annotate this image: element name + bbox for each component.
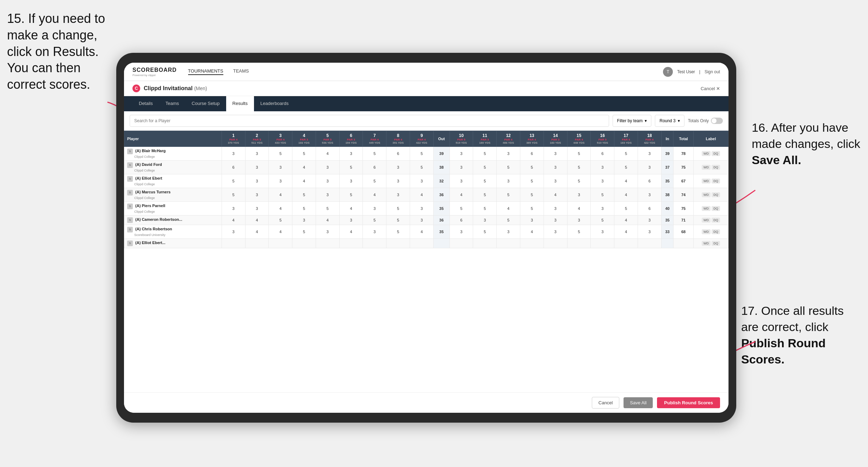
score-h11[interactable]: 5	[473, 225, 497, 239]
score-h1[interactable]: 3	[222, 225, 245, 239]
score-h5[interactable]	[316, 239, 339, 248]
score-h13[interactable]: 6	[520, 147, 544, 161]
score-h5[interactable]: 5	[316, 202, 339, 216]
score-h14[interactable]: 3	[544, 225, 567, 239]
score-h11[interactable]	[473, 239, 497, 248]
score-h13[interactable]: 5	[520, 161, 544, 174]
score-h16[interactable]: 3	[591, 174, 614, 188]
score-h17[interactable]: 5	[614, 161, 638, 174]
tab-teams[interactable]: Teams	[159, 96, 185, 111]
dq-button[interactable]: DQ	[712, 229, 720, 234]
score-h4[interactable]	[292, 239, 316, 248]
score-h8[interactable]: 5	[386, 216, 410, 225]
score-h7[interactable]: 6	[363, 161, 386, 174]
score-h10[interactable]: 5	[450, 202, 473, 216]
score-h10[interactable]: 3	[450, 147, 473, 161]
score-h11[interactable]: 5	[473, 188, 497, 202]
publish-round-scores-button[interactable]: Publish Round Scores	[657, 397, 720, 408]
score-h16[interactable]: 5	[591, 188, 614, 202]
nav-teams[interactable]: TEAMS	[233, 68, 249, 75]
score-h15[interactable]: 5	[567, 161, 591, 174]
score-h18[interactable]: 3	[638, 188, 661, 202]
score-h7[interactable]: 4	[363, 188, 386, 202]
score-h18[interactable]: 3	[638, 225, 661, 239]
score-h15[interactable]: 5	[567, 147, 591, 161]
score-h6[interactable]: 5	[339, 161, 363, 174]
score-h4[interactable]: 5	[292, 225, 316, 239]
score-h6[interactable]: 3	[339, 147, 363, 161]
score-h12[interactable]: 3	[497, 174, 520, 188]
score-h10[interactable]: 4	[450, 188, 473, 202]
score-h15[interactable]: 3	[567, 188, 591, 202]
score-h17[interactable]: 4	[614, 188, 638, 202]
score-h8[interactable]: 5	[386, 202, 410, 216]
wd-button[interactable]: WD	[702, 229, 711, 234]
score-h6[interactable]	[339, 239, 363, 248]
score-h9[interactable]: 3	[410, 202, 434, 216]
score-h3[interactable]: 3	[269, 161, 292, 174]
score-h2[interactable]	[245, 239, 269, 248]
score-h2[interactable]: 3	[245, 147, 269, 161]
wd-button[interactable]: WD	[702, 179, 711, 183]
score-h12[interactable]: 4	[497, 202, 520, 216]
score-h11[interactable]: 5	[473, 147, 497, 161]
tab-leaderboards[interactable]: Leaderboards	[254, 96, 295, 111]
sign-out-link[interactable]: Sign out	[705, 69, 720, 74]
search-input[interactable]	[130, 115, 609, 127]
totals-only-toggle[interactable]	[711, 118, 723, 124]
wd-button[interactable]: WD	[702, 165, 711, 170]
score-h16[interactable]: 5	[591, 216, 614, 225]
score-h9[interactable]: 3	[410, 174, 434, 188]
score-h17[interactable]: 5	[614, 202, 638, 216]
tab-details[interactable]: Details	[132, 96, 159, 111]
score-h1[interactable]: 3	[222, 202, 245, 216]
score-h18[interactable]: 3	[638, 216, 661, 225]
save-all-button[interactable]: Save All	[624, 397, 653, 408]
score-h3[interactable]: 4	[269, 202, 292, 216]
score-h13[interactable]: 4	[520, 225, 544, 239]
score-h4[interactable]: 4	[292, 174, 316, 188]
score-h15[interactable]: 4	[567, 202, 591, 216]
score-h7[interactable]: 5	[363, 174, 386, 188]
score-h6[interactable]: 5	[339, 188, 363, 202]
score-h14[interactable]: 3	[544, 147, 567, 161]
score-h9[interactable]: 3	[410, 216, 434, 225]
wd-button[interactable]: WD	[702, 151, 711, 156]
dq-button[interactable]: DQ	[712, 165, 720, 170]
score-h6[interactable]: 4	[339, 202, 363, 216]
score-h9[interactable]: 5	[410, 161, 434, 174]
score-h16[interactable]: 3	[591, 161, 614, 174]
score-h3[interactable]: 5	[269, 147, 292, 161]
score-h10[interactable]: 3	[450, 161, 473, 174]
score-h5[interactable]: 3	[316, 188, 339, 202]
score-h14[interactable]: 3	[544, 216, 567, 225]
score-h6[interactable]: 3	[339, 216, 363, 225]
score-h15[interactable]: 5	[567, 174, 591, 188]
score-h13[interactable]: 5	[520, 174, 544, 188]
score-h18[interactable]: 3	[638, 161, 661, 174]
score-h8[interactable]: 6	[386, 147, 410, 161]
score-h3[interactable]: 3	[269, 174, 292, 188]
cancel-action-button[interactable]: Cancel	[592, 397, 619, 409]
score-h7[interactable]	[363, 239, 386, 248]
score-h18[interactable]: 6	[638, 202, 661, 216]
score-h13[interactable]: 3	[520, 216, 544, 225]
score-h1[interactable]: 4	[222, 216, 245, 225]
score-h14[interactable]: 3	[544, 174, 567, 188]
score-h12[interactable]: 3	[497, 147, 520, 161]
score-h18[interactable]: 6	[638, 174, 661, 188]
score-h8[interactable]: 3	[386, 174, 410, 188]
score-h5[interactable]: 3	[316, 161, 339, 174]
score-h12[interactable]	[497, 239, 520, 248]
score-h12[interactable]: 3	[497, 225, 520, 239]
score-h3[interactable]	[269, 239, 292, 248]
tab-results[interactable]: Results	[226, 96, 254, 111]
score-h6[interactable]: 3	[339, 174, 363, 188]
score-h10[interactable]: 3	[450, 174, 473, 188]
score-h17[interactable]	[614, 239, 638, 248]
score-h8[interactable]: 5	[386, 225, 410, 239]
cancel-button[interactable]: Cancel ✕	[701, 86, 720, 91]
score-h2[interactable]: 3	[245, 161, 269, 174]
score-h12[interactable]: 5	[497, 188, 520, 202]
score-h3[interactable]: 4	[269, 225, 292, 239]
